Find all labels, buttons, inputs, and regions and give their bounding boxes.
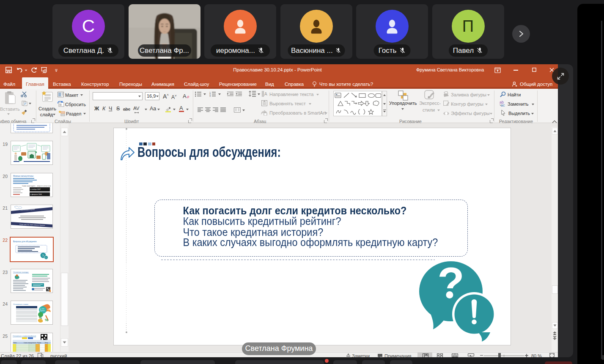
svg-text:%: %	[45, 318, 48, 322]
svg-text:А: А	[183, 93, 187, 99]
svg-text:годовых: годовых	[40, 310, 45, 312]
svg-text:ac: ac	[501, 103, 505, 107]
svg-text:3: 3	[209, 95, 211, 97]
svg-text:в феврале 2044: в феврале 2044	[30, 194, 42, 195]
svg-text:Ставка силкредитования: Ставка силкредитования	[24, 342, 37, 344]
svg-text:Сами начинаурел....зверсте алт: Сами начинаурел....зверсте алтал каж	[22, 185, 51, 187]
svg-text:А: А	[264, 92, 267, 96]
svg-text:x: x	[40, 354, 42, 357]
svg-text:Основные ставки:: Основные ставки:	[13, 303, 29, 305]
svg-text:Основные ставки (районы): Основные ставки (районы)	[13, 335, 36, 337]
svg-text:Вклад: Вклад	[45, 342, 48, 344]
svg-text:Вопросы для обсуждения:: Вопросы для обсуждения:	[13, 241, 37, 243]
svg-text:Район: Район	[14, 342, 17, 344]
svg-text:?: ?	[42, 254, 44, 257]
svg-text:Межные калькуляторы:: Межные калькуляторы:	[13, 175, 34, 177]
svg-text:Недвиж: Недвиж	[37, 342, 41, 344]
svg-text:Основные выводы:: Основные выводы:	[13, 271, 29, 273]
svg-text:в ноябре 2047: в ноябре 2047	[30, 189, 41, 190]
